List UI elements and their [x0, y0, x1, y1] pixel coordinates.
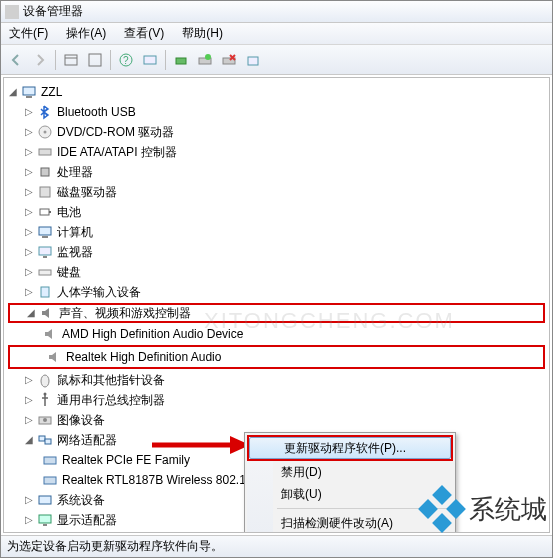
tree-category[interactable]: ▷磁盘驱动器: [6, 182, 547, 202]
svg-rect-17: [39, 149, 51, 155]
collapse-icon[interactable]: ◢: [24, 306, 38, 320]
monitor-icon: [37, 244, 53, 260]
expand-icon[interactable]: ▷: [22, 265, 36, 279]
nic-icon: [42, 452, 58, 468]
expand-icon[interactable]: ▷: [22, 373, 36, 387]
forward-button[interactable]: [29, 49, 51, 71]
back-button[interactable]: [5, 49, 27, 71]
svg-rect-6: [176, 58, 186, 64]
menu-view[interactable]: 查看(V): [120, 23, 168, 44]
logo-icon: [421, 488, 463, 530]
tree-category[interactable]: ▷Bluetooth USB: [6, 102, 547, 122]
svg-rect-27: [41, 287, 49, 297]
tree-category[interactable]: ▷计算机: [6, 222, 547, 242]
speaker-icon: [46, 349, 62, 365]
display-icon: [37, 512, 53, 528]
menu-file[interactable]: 文件(F): [5, 23, 52, 44]
tree-item-label: 磁盘驱动器: [57, 182, 117, 202]
tree-category[interactable]: ▷IDE ATA/ATAPI 控制器: [6, 142, 547, 162]
sound-device-selected[interactable]: Realtek High Definition Audio: [10, 347, 543, 367]
tree-category[interactable]: ▷图像设备: [6, 410, 547, 430]
svg-point-28: [41, 375, 49, 387]
cpu-icon: [37, 164, 53, 180]
tree-item-label: 电池: [57, 202, 81, 222]
expand-icon[interactable]: ▷: [22, 393, 36, 407]
svg-point-8: [205, 54, 211, 60]
tree-root[interactable]: ◢ ZZL: [6, 82, 547, 102]
tree-category[interactable]: ▷鼠标和其他指针设备: [6, 370, 547, 390]
svg-rect-26: [39, 270, 51, 275]
expand-icon[interactable]: ▷: [22, 513, 36, 527]
menu-update-driver[interactable]: 更新驱动程序软件(P)...: [249, 437, 451, 459]
tree-item-label: IDE ATA/ATAPI 控制器: [57, 142, 177, 162]
tree-item-label: Realtek PCIe FE Family: [62, 450, 190, 470]
tree-category[interactable]: ▷电池: [6, 202, 547, 222]
tree-category[interactable]: ▷处理器: [6, 162, 547, 182]
tree-category[interactable]: ▷DVD/CD-ROM 驱动器: [6, 122, 547, 142]
tree-item-label: 图像设备: [57, 410, 105, 430]
help-button[interactable]: ?: [115, 49, 137, 71]
tree-item-label: Bluetooth USB: [57, 102, 136, 122]
network-icon: [37, 432, 53, 448]
system-icon: [37, 492, 53, 508]
svg-rect-2: [89, 54, 101, 66]
titlebar: 设备管理器: [1, 1, 552, 23]
brand-logo: 系统城: [421, 488, 547, 530]
disk-icon: [37, 184, 53, 200]
menu-label: 更新驱动程序软件(P)...: [284, 440, 406, 457]
show-hide-button[interactable]: [60, 49, 82, 71]
usb-icon: [37, 392, 53, 408]
expand-icon[interactable]: ▷: [22, 125, 36, 139]
battery-icon: [37, 204, 53, 220]
svg-rect-22: [39, 227, 51, 235]
expand-icon[interactable]: ▷: [22, 105, 36, 119]
svg-rect-24: [39, 247, 51, 255]
menu-label: 扫描检测硬件改动(A): [281, 515, 393, 532]
nic-icon: [42, 472, 58, 488]
svg-rect-19: [40, 187, 50, 197]
tree-item-label: 鼠标和其他指针设备: [57, 370, 165, 390]
tool1-button[interactable]: [170, 49, 192, 71]
expand-icon[interactable]: ▷: [22, 145, 36, 159]
menu-disable[interactable]: 禁用(D): [247, 461, 453, 483]
tree-category[interactable]: ▷通用串行总线控制器: [6, 390, 547, 410]
svg-rect-20: [40, 209, 49, 215]
svg-point-31: [43, 418, 47, 422]
expand-icon[interactable]: ▷: [22, 245, 36, 259]
mouse-icon: [37, 372, 53, 388]
device-tree[interactable]: ◢ ZZL ▷Bluetooth USB▷DVD/CD-ROM 驱动器▷IDE …: [3, 77, 550, 533]
sound-device[interactable]: AMD High Definition Audio Device: [6, 324, 547, 344]
menu-action[interactable]: 操作(A): [62, 23, 110, 44]
menu-help[interactable]: 帮助(H): [178, 23, 227, 44]
svg-rect-35: [44, 477, 56, 484]
expand-icon[interactable]: ▷: [22, 185, 36, 199]
svg-rect-5: [144, 56, 156, 64]
view-button[interactable]: [139, 49, 161, 71]
scan-button[interactable]: [242, 49, 264, 71]
collapse-icon[interactable]: ◢: [22, 433, 36, 447]
tree-category[interactable]: ▷键盘: [6, 262, 547, 282]
menubar: 文件(F) 操作(A) 查看(V) 帮助(H): [1, 23, 552, 45]
tree-category[interactable]: ▷人体学输入设备: [6, 282, 547, 302]
tree-item-label: AMD High Definition Audio Device: [62, 324, 243, 344]
expand-icon[interactable]: ▷: [22, 225, 36, 239]
tree-item-label: 处理器: [57, 162, 93, 182]
uninstall-button[interactable]: [218, 49, 240, 71]
expand-icon[interactable]: ▷: [22, 205, 36, 219]
expand-icon[interactable]: ▷: [22, 413, 36, 427]
svg-point-16: [44, 131, 47, 134]
expand-icon[interactable]: ▷: [22, 165, 36, 179]
tree-item-label: 键盘: [57, 262, 81, 282]
svg-rect-32: [39, 436, 45, 441]
update-driver-button[interactable]: [194, 49, 216, 71]
sound-category[interactable]: ◢ 声音、视频和游戏控制器: [8, 303, 545, 323]
toolbar: ?: [1, 45, 552, 75]
expand-icon[interactable]: ▷: [22, 493, 36, 507]
window-title: 设备管理器: [23, 3, 83, 20]
tree-category[interactable]: ▷监视器: [6, 242, 547, 262]
properties-button[interactable]: [84, 49, 106, 71]
svg-rect-38: [43, 524, 47, 526]
svg-rect-13: [23, 87, 35, 95]
collapse-icon[interactable]: ◢: [6, 85, 20, 99]
expand-icon[interactable]: ▷: [22, 285, 36, 299]
